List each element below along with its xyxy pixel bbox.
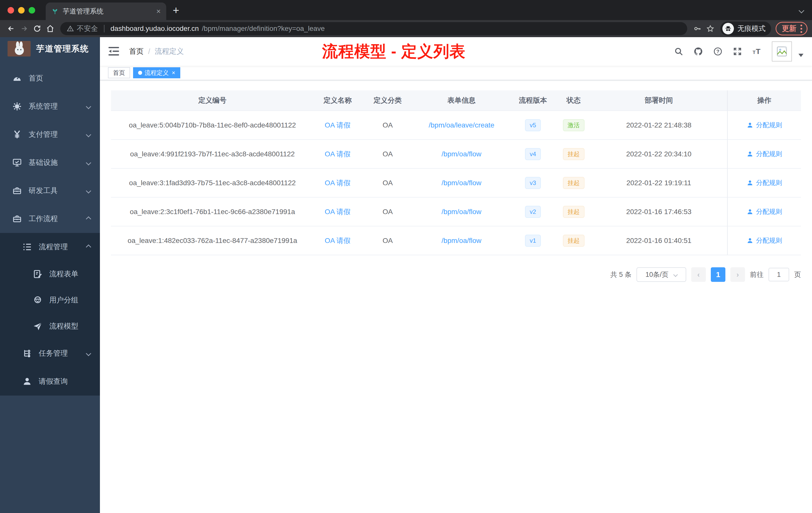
assign-rule-button[interactable]: 分配规则	[747, 150, 782, 158]
chevron-down-icon	[86, 104, 91, 109]
chrome-menu-icon[interactable]	[801, 25, 802, 33]
avatar-caret-icon[interactable]	[799, 54, 804, 57]
sidebar-item-infra[interactable]: 基础设施	[0, 149, 100, 177]
app-window: 芋道管理系统 首页 系统管理	[0, 37, 812, 513]
tab-close-icon[interactable]: ×	[156, 7, 161, 16]
home-button[interactable]	[44, 22, 57, 35]
next-page-button[interactable]: ›	[730, 267, 745, 282]
address-bar[interactable]: 不安全 dashboard.yudao.iocoder.cn/bpm/manag…	[60, 22, 687, 35]
chevron-up-icon	[86, 244, 91, 249]
logo-rabbit-image	[7, 41, 31, 57]
definition-id: oa_leave:2:3c1f0ef1-76b1-11ec-9c66-a2380…	[111, 198, 314, 226]
sidebar-item-workflow[interactable]: 工作流程	[0, 205, 100, 233]
avatar[interactable]	[772, 41, 792, 61]
fullscreen-icon[interactable]	[733, 47, 742, 56]
window-close-button[interactable]	[7, 7, 14, 13]
tag-home[interactable]: 首页	[108, 67, 130, 78]
definition-name-link[interactable]: OA 请假	[325, 120, 350, 130]
goto-page-input[interactable]	[768, 268, 789, 281]
definition-name-link[interactable]: OA 请假	[325, 236, 350, 245]
definition-category: OA	[361, 198, 414, 226]
assign-rule-button[interactable]: 分配规则	[747, 207, 782, 216]
page-unit-label: 页	[794, 270, 801, 279]
security-warning-label: 不安全	[77, 24, 98, 33]
breadcrumb-home[interactable]: 首页	[129, 47, 144, 57]
assign-rule-label: 分配规则	[756, 178, 782, 187]
assign-rule-button[interactable]: 分配规则	[747, 236, 782, 245]
sidebar-item-payment[interactable]: 支付管理	[0, 120, 100, 149]
form-link[interactable]: /bpm/oa/flow	[442, 150, 482, 158]
sidebar-item-process-model[interactable]: 流程模型	[0, 313, 100, 339]
active-dot-icon	[138, 71, 142, 75]
assign-rule-button[interactable]: 分配规则	[747, 121, 782, 129]
prev-page-button[interactable]: ‹	[691, 267, 706, 282]
definition-category: OA	[361, 140, 414, 168]
assign-rule-button[interactable]: 分配规则	[747, 178, 782, 187]
sidebar-item-process-mgmt[interactable]: 流程管理	[0, 233, 100, 261]
forward-button[interactable]	[18, 22, 31, 35]
help-icon[interactable]: ?	[713, 47, 723, 56]
tag-process-definition[interactable]: 流程定义 ×	[133, 67, 180, 78]
github-icon[interactable]	[694, 47, 703, 56]
breadcrumb: 首页 / 流程定义	[129, 47, 184, 57]
chrome-update-button[interactable]: 更新	[776, 22, 808, 35]
sidebar-logo[interactable]: 芋道管理系统	[0, 37, 100, 60]
back-button[interactable]	[4, 22, 18, 35]
version-badge: v1	[525, 235, 541, 247]
window-minimize-button[interactable]	[18, 7, 25, 13]
form-link[interactable]: /bpm/oa/flow	[442, 179, 482, 187]
definition-name-link[interactable]: OA 请假	[325, 178, 350, 188]
chevron-down-icon	[86, 132, 91, 137]
font-size-icon[interactable]: TT	[752, 47, 762, 56]
list-icon	[22, 242, 32, 252]
form-link[interactable]: /bpm/oa/leave/create	[429, 121, 494, 129]
sidebar-item-task-mgmt[interactable]: 任务管理	[0, 339, 100, 367]
tag-close-icon[interactable]: ×	[172, 69, 175, 76]
sidebar-item-devtools[interactable]: 研发工具	[0, 177, 100, 205]
pagination: 共 5 条 10条/页 ‹ 1 › 前往 页	[111, 267, 801, 282]
sidebar-item-system[interactable]: 系统管理	[0, 92, 100, 120]
sidebar-item-leave-query[interactable]: 请假查询	[0, 367, 100, 396]
sidebar-item-label: 流程管理	[39, 242, 68, 252]
column-header: 部署时间	[590, 90, 727, 111]
deploy-time: 2022-01-22 20:34:10	[590, 140, 727, 168]
definition-name-link[interactable]: OA 请假	[325, 149, 350, 159]
reload-button[interactable]	[31, 22, 44, 35]
table-row: oa_leave:3:1fad3d93-7b75-11ec-a3c8-acde4…	[111, 169, 801, 198]
sidebar-item-user-group[interactable]: 用户分组	[0, 287, 100, 313]
favicon-plant-icon	[51, 7, 59, 15]
page-number-button[interactable]: 1	[711, 267, 725, 282]
screen: 芋道管理系统 × + 不安全 dashboard.yudao.iocoder.c…	[0, 0, 812, 513]
column-header: 表单信息	[414, 90, 509, 111]
sidebar-item-label: 支付管理	[29, 129, 58, 140]
sidebar-item-label: 基础设施	[29, 158, 58, 168]
browser-tab[interactable]: 芋道管理系统 ×	[46, 2, 166, 20]
table-row: oa_leave:2:3c1f0ef1-76b1-11ec-9c66-a2380…	[111, 198, 801, 227]
password-key-icon[interactable]	[691, 22, 704, 35]
sidebar-item-process-form[interactable]: 流程表单	[0, 261, 100, 287]
sidebar-toggle-icon[interactable]	[109, 47, 120, 57]
page-size-select[interactable]: 10条/页	[637, 267, 686, 282]
search-icon[interactable]	[674, 47, 684, 56]
new-tab-button[interactable]: +	[166, 4, 186, 20]
sidebar-item-label: 系统管理	[29, 101, 58, 112]
deploy-time: 2022-01-16 17:46:53	[590, 198, 727, 226]
definition-name-link[interactable]: OA 请假	[325, 207, 350, 217]
bookmark-star-icon[interactable]	[704, 22, 717, 35]
incognito-badge: 无痕模式	[720, 22, 771, 36]
form-link[interactable]: /bpm/oa/flow	[442, 237, 482, 245]
form-link[interactable]: /bpm/oa/flow	[442, 208, 482, 216]
version-badge: v2	[525, 206, 541, 218]
chevron-down-icon	[86, 160, 91, 165]
breadcrumb-separator: /	[148, 48, 150, 56]
window-zoom-button[interactable]	[29, 7, 35, 13]
workflow-submenu: 流程管理 流程表单 用户分组	[0, 233, 100, 396]
deploy-time: 2022-01-22 21:48:38	[590, 111, 727, 139]
navbar-actions: ? TT	[674, 41, 804, 61]
url-path: /bpm/manager/definition?key=oa_leave	[202, 25, 325, 33]
sidebar-item-home[interactable]: 首页	[0, 64, 100, 92]
sidebar-menu: 首页 系统管理 支付管理	[0, 60, 100, 396]
security-warning-icon[interactable]	[67, 25, 74, 32]
assign-rule-label: 分配规则	[756, 150, 782, 158]
tab-search-chevron-icon[interactable]	[799, 8, 805, 13]
